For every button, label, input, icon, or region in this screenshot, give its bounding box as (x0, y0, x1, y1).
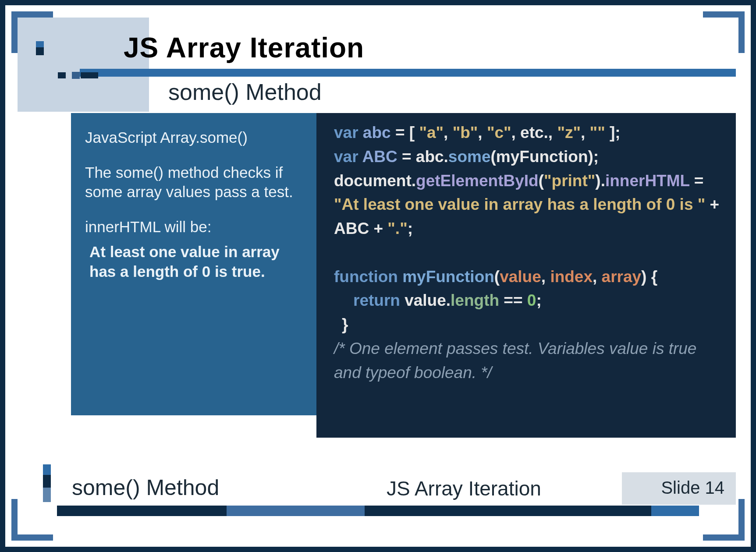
footer-title: JS Array Iteration (387, 477, 541, 500)
corner-bracket-icon (11, 499, 53, 541)
corner-bracket-icon (703, 499, 745, 541)
code-line: } (334, 313, 723, 337)
code-panel: var abc = [ "a", "b", "c", etc., "z", ""… (316, 113, 736, 438)
code-line: var abc = [ "a", "b", "c", etc., "z", ""… (334, 121, 723, 145)
footer-rule (57, 506, 699, 516)
code-line: function myFunction(value, index, array)… (334, 265, 723, 289)
code-comment: /* One element passes test. Variables va… (334, 337, 723, 385)
header-rule (80, 69, 736, 77)
slide-title: JS Array Iteration (124, 32, 364, 64)
code-blank-line (334, 241, 723, 265)
code-line: ABC + "."; (334, 217, 723, 241)
decoration-icon (36, 41, 44, 55)
slide: JS Array Iteration some() Method JavaScr… (0, 0, 756, 552)
slide-number: Slide 14 (661, 478, 724, 498)
corner-bracket-icon (703, 11, 745, 53)
description-panel: JavaScript Array.some() The some() metho… (71, 113, 316, 415)
code-line: document.getElementById("print").innerHT… (334, 169, 723, 193)
slide-subtitle: some() Method (168, 79, 322, 105)
decoration-icon (58, 72, 128, 78)
description-heading: JavaScript Array.some() (85, 129, 303, 146)
decoration-icon (43, 464, 51, 502)
code-line: return value.length == 0; (334, 289, 723, 313)
description-text: The some() method checks if some array v… (85, 163, 303, 202)
output-label: innerHTML will be: (85, 218, 303, 236)
footer-subtitle: some() Method (72, 475, 219, 500)
output-value: At least one value in array has a length… (85, 242, 303, 282)
code-line: var ABC = abc.some(myFunction); (334, 145, 723, 169)
code-line: "At least one value in array has a lengt… (334, 193, 723, 217)
